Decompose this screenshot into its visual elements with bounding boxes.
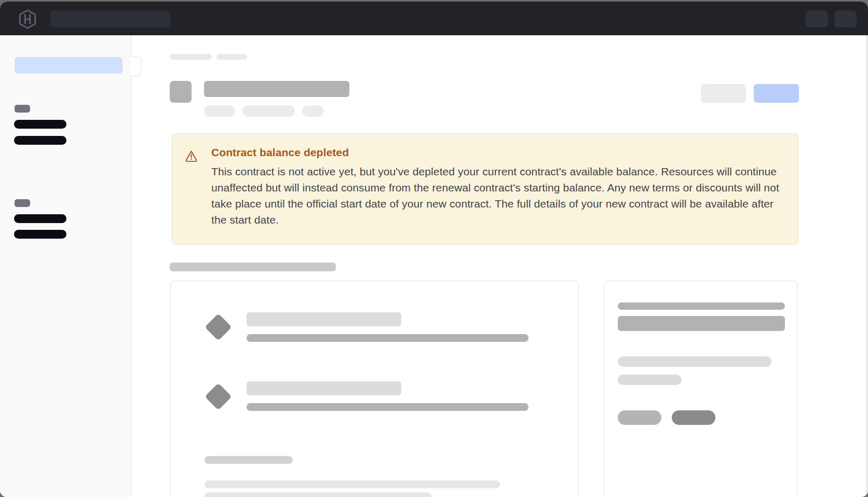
- primary-action-button[interactable]: [754, 84, 799, 103]
- secondary-action-button[interactable]: [701, 84, 746, 103]
- footnote-text-skeleton: [205, 480, 500, 488]
- sidebar-active-item[interactable]: [15, 57, 123, 74]
- item-title-skeleton: [247, 381, 401, 395]
- page-icon: [170, 81, 192, 103]
- sidebar: [0, 35, 131, 497]
- summary-title-skeleton: [618, 302, 785, 310]
- scrollbar[interactable]: [866, 35, 868, 497]
- sidebar-nav-link[interactable]: [14, 230, 66, 239]
- summary-card: [604, 281, 797, 497]
- sidebar-nav-link[interactable]: [14, 120, 66, 129]
- alert-body: This contract is not active yet, but you…: [211, 163, 785, 228]
- hashicorp-logo-icon: [18, 9, 37, 29]
- summary-text-skeleton: [618, 375, 682, 385]
- alert-content: Contract balance depleted This contract …: [211, 145, 785, 244]
- item-text-skeleton: [247, 403, 528, 411]
- sidebar-collapse-toggle[interactable]: [131, 56, 141, 76]
- sidebar-nav-link[interactable]: [14, 214, 66, 223]
- summary-value-skeleton: [618, 316, 785, 331]
- status-badge: [302, 105, 323, 117]
- diamond-icon: [205, 313, 232, 340]
- top-nav-bar: [0, 2, 868, 35]
- sidebar-section-label: [15, 199, 30, 207]
- status-badge: [204, 105, 235, 117]
- card-button-placeholder[interactable]: [672, 410, 715, 425]
- topbar-help-button[interactable]: [806, 10, 828, 27]
- footnote-label-skeleton: [205, 456, 293, 464]
- global-search-input[interactable]: [50, 10, 170, 27]
- summary-text-skeleton: [618, 356, 771, 367]
- page-title-skeleton: [204, 81, 349, 97]
- alert-title: Contract balance depleted: [211, 145, 785, 160]
- section-title-skeleton: [170, 263, 336, 271]
- topbar-account-button[interactable]: [834, 10, 857, 27]
- sidebar-nav-link[interactable]: [14, 136, 66, 145]
- app-window: Contract balance depleted This contract …: [0, 2, 868, 497]
- card-button-placeholder[interactable]: [618, 410, 661, 425]
- footnote-text-skeleton: [205, 492, 431, 497]
- sidebar-section-label: [15, 105, 30, 113]
- breadcrumb-item[interactable]: [216, 54, 247, 60]
- item-text-skeleton: [247, 334, 528, 342]
- warning-triangle-icon: [185, 149, 198, 162]
- status-badge: [242, 105, 295, 117]
- warning-alert: Contract balance depleted This contract …: [172, 133, 798, 245]
- item-title-skeleton: [247, 312, 401, 326]
- screenshot-canvas: Contract balance depleted This contract …: [0, 0, 868, 497]
- details-card: [170, 281, 579, 497]
- breadcrumb-item[interactable]: [170, 54, 212, 60]
- diamond-icon: [205, 383, 232, 410]
